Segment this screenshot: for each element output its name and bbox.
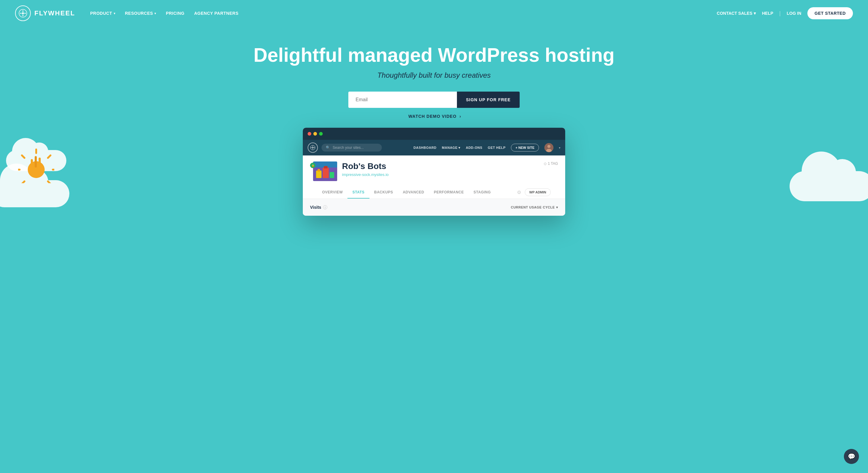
svg-rect-3 <box>35 148 37 154</box>
svg-rect-6 <box>47 180 52 183</box>
get-started-button[interactable]: GET STARTED <box>807 7 853 19</box>
demo-chevron-icon: › <box>459 114 461 119</box>
tab-backups[interactable]: BACKUPS <box>369 186 398 199</box>
svg-rect-5 <box>52 169 54 171</box>
svg-point-17 <box>548 145 550 148</box>
browser-titlebar <box>303 128 565 140</box>
svg-rect-8 <box>21 180 26 183</box>
logo-text: FLYWHEEL <box>34 9 75 17</box>
flywheel-logo-icon <box>15 5 31 21</box>
hero-form: SIGN UP FOR FREE <box>6 92 862 108</box>
nav-divider: | <box>779 10 781 16</box>
svg-rect-25 <box>324 166 328 168</box>
maximize-dot <box>319 132 323 136</box>
inner-nav: 🔍 Search your sites... DASHBOARD MANAGE … <box>303 140 565 156</box>
inner-nav-addons[interactable]: ADD-ONS <box>466 146 482 149</box>
new-site-button[interactable]: + NEW SITE <box>511 144 539 151</box>
search-placeholder: Search your sites... <box>333 145 364 150</box>
tab-stats[interactable]: STATS <box>347 186 369 199</box>
nav-resources[interactable]: RESOURCES ▾ <box>125 11 156 16</box>
site-tag: ◇ 1 TAG <box>544 162 558 166</box>
svg-rect-23 <box>330 172 334 178</box>
tab-advanced[interactable]: ADVANCED <box>398 186 429 199</box>
svg-rect-11 <box>31 159 33 168</box>
settings-icon[interactable]: ⚙ <box>517 190 521 195</box>
inner-search-bar[interactable]: 🔍 Search your sites... <box>321 144 382 151</box>
site-name: Rob's Bots <box>342 162 544 171</box>
site-tabs: OVERVIEW STATS BACKUPS ADVANCED PERFORMA… <box>310 186 558 199</box>
site-card-header: 🔒 Rob's <box>310 162 558 181</box>
site-info: Rob's Bots impressive-sock.mysites.io <box>342 162 544 177</box>
product-chevron-icon: ▾ <box>114 12 116 15</box>
tab-staging[interactable]: STAGING <box>469 186 496 199</box>
tag-icon: ◇ <box>544 162 547 166</box>
hero-content: Delightful managed WordPress hosting Tho… <box>0 39 868 119</box>
signup-button[interactable]: SIGN UP FOR FREE <box>457 92 520 108</box>
hero-subtitle: Thoughtfully built for busy creatives <box>6 71 862 79</box>
wp-admin-button[interactable]: WP ADMIN <box>525 188 551 196</box>
svg-rect-9 <box>18 169 21 171</box>
site-url[interactable]: impressive-sock.mysites.io <box>342 172 544 177</box>
hero-title: Delightful managed WordPress hosting <box>6 44 862 66</box>
hero-section: Delightful managed WordPress hosting Tho… <box>0 27 868 298</box>
browser-mockup: 🔍 Search your sites... DASHBOARD MANAGE … <box>303 128 565 216</box>
site-tabs-actions: ⚙ WP ADMIN <box>517 188 551 196</box>
browser-window: 🔍 Search your sites... DASHBOARD MANAGE … <box>303 128 565 216</box>
cloud-right <box>789 171 868 201</box>
browser-dots <box>308 132 323 136</box>
nav-pricing[interactable]: PRICING <box>166 11 185 16</box>
inner-nav-dashboard[interactable]: DASHBOARD <box>413 146 436 149</box>
sun-decoration <box>18 147 54 183</box>
svg-rect-13 <box>39 158 41 168</box>
contact-sales-button[interactable]: CONTACT SALES ▾ <box>717 11 756 16</box>
resources-chevron-icon: ▾ <box>154 12 156 15</box>
svg-point-1 <box>22 12 24 14</box>
visits-info-icon: i <box>323 205 327 209</box>
main-nav: FLYWHEEL PRODUCT ▾ RESOURCES ▾ PRICING A… <box>0 0 868 27</box>
svg-rect-12 <box>35 156 37 168</box>
nav-links: PRODUCT ▾ RESOURCES ▾ PRICING AGENCY PAR… <box>90 11 717 16</box>
tab-overview[interactable]: OVERVIEW <box>317 186 347 199</box>
svg-rect-22 <box>323 168 329 178</box>
manage-chevron-icon: ▾ <box>459 146 461 150</box>
nav-login-link[interactable]: LOG IN <box>787 11 801 16</box>
tab-performance[interactable]: PERFORMANCE <box>429 186 469 199</box>
nav-agency-partners[interactable]: AGENCY PARTNERS <box>194 11 239 16</box>
inner-nav-gethelp[interactable]: GET HELP <box>488 146 505 149</box>
watch-demo-link[interactable]: WATCH DEMO VIDEO › <box>6 114 862 119</box>
usage-cycle-chevron-icon: ▾ <box>556 205 558 209</box>
site-card: 🔒 Rob's <box>303 156 565 199</box>
svg-point-15 <box>312 147 313 148</box>
avatar[interactable] <box>545 143 553 152</box>
nav-help-link[interactable]: HELP <box>762 11 773 16</box>
svg-rect-10 <box>21 154 26 159</box>
visits-label: Visits i <box>310 205 327 210</box>
svg-rect-4 <box>47 154 52 159</box>
inner-nav-manage[interactable]: MANAGE ▾ <box>442 146 460 150</box>
inner-nav-links: DASHBOARD MANAGE ▾ ADD-ONS GET HELP + NE… <box>413 143 560 152</box>
search-icon: 🔍 <box>326 145 330 150</box>
nav-product[interactable]: PRODUCT ▾ <box>90 11 115 16</box>
cloud-left-mid <box>0 180 69 207</box>
nav-right: CONTACT SALES ▾ HELP | LOG IN GET STARTE… <box>717 7 853 19</box>
svg-rect-24 <box>318 169 320 171</box>
stats-section: Visits i CURRENT USAGE CYCLE ▾ <box>303 199 565 216</box>
inner-logo-icon <box>308 142 318 153</box>
usage-cycle-dropdown[interactable]: CURRENT USAGE CYCLE ▾ <box>511 205 558 209</box>
site-thumbnail <box>313 162 337 181</box>
nav-logo[interactable]: FLYWHEEL <box>15 5 75 21</box>
minimize-dot <box>313 132 317 136</box>
close-dot <box>308 132 311 136</box>
avatar-chevron-icon: ▾ <box>559 146 560 149</box>
email-input[interactable] <box>348 92 457 108</box>
contact-sales-chevron-icon: ▾ <box>754 11 756 16</box>
svg-rect-21 <box>316 171 321 178</box>
